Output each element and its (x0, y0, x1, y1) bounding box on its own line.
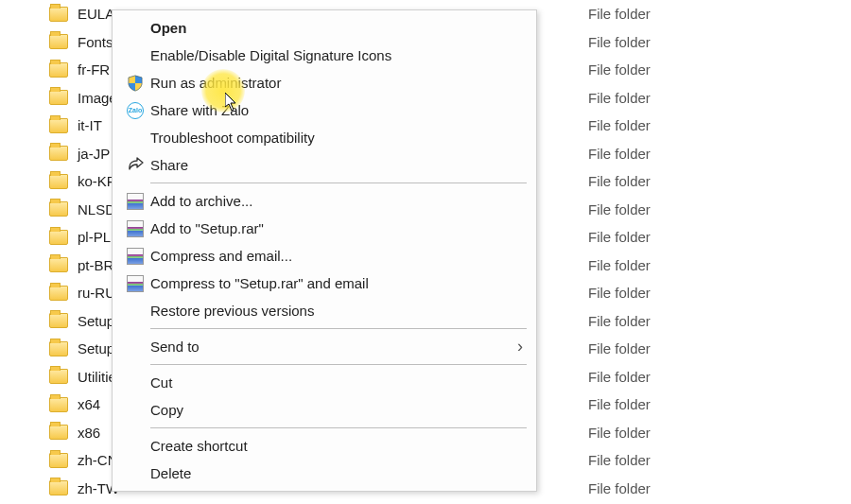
file-type: File folder (588, 285, 651, 301)
folder-icon (49, 341, 68, 356)
menu-label: Restore previous versions (150, 303, 523, 319)
file-type: File folder (588, 6, 651, 22)
file-type: File folder (588, 61, 651, 78)
file-type: File folder (588, 90, 651, 106)
menu-troubleshoot-compatibility[interactable]: Troubleshoot compatibility (113, 124, 536, 151)
file-type: File folder (588, 452, 651, 468)
folder-icon (49, 174, 68, 189)
folder-icon (49, 286, 68, 301)
file-type: File folder (588, 117, 651, 133)
folder-icon (49, 7, 68, 22)
folder-icon (49, 201, 68, 217)
folder-icon (49, 453, 68, 468)
menu-create-shortcut[interactable]: Create shortcut (113, 432, 536, 460)
winrar-icon (120, 193, 150, 210)
menu-label: Share (150, 157, 523, 173)
folder-icon (49, 480, 68, 495)
menu-add-to-setup-rar[interactable]: Add to "Setup.rar" (113, 215, 536, 242)
folder-icon (49, 313, 68, 328)
menu-separator (150, 427, 527, 428)
submenu-arrow-icon: › (517, 337, 523, 356)
menu-label: Compress and email... (150, 248, 523, 264)
menu-label: Troubleshoot compatibility (150, 130, 523, 146)
file-type: File folder (588, 480, 651, 496)
menu-copy[interactable]: Copy (113, 396, 536, 424)
menu-share[interactable]: Share (113, 151, 536, 179)
folder-icon (49, 425, 68, 440)
menu-label: Compress to "Setup.rar" and email (150, 275, 523, 291)
menu-enable-disable-signature-icons[interactable]: Enable/Disable Digital Signature Icons (113, 42, 536, 69)
file-type: File folder (588, 229, 651, 245)
winrar-icon (120, 248, 150, 265)
file-type: File folder (588, 369, 651, 385)
shield-icon (120, 75, 150, 92)
menu-compress-and-email[interactable]: Compress and email... (113, 242, 536, 269)
menu-compress-to-setup-rar-and-email[interactable]: Compress to "Setup.rar" and email (113, 269, 536, 297)
share-icon (120, 157, 150, 174)
winrar-icon (120, 220, 150, 237)
menu-separator (150, 364, 527, 365)
menu-open[interactable]: Open (113, 14, 536, 42)
folder-icon (49, 34, 68, 49)
folder-icon (49, 146, 68, 161)
menu-label: Run as administrator (150, 75, 523, 91)
menu-send-to[interactable]: Send to › (113, 333, 536, 360)
file-type: File folder (588, 257, 651, 273)
menu-share-with-zalo[interactable]: Zalo Share with Zalo (113, 96, 536, 124)
folder-icon (49, 118, 68, 133)
file-type: File folder (588, 396, 651, 412)
menu-separator (150, 328, 527, 329)
file-type: File folder (588, 146, 651, 162)
menu-cut[interactable]: Cut (113, 369, 536, 396)
menu-label: Add to archive... (150, 193, 523, 209)
menu-label: Share with Zalo (150, 102, 523, 118)
menu-label: Open (150, 20, 523, 36)
menu-label: Enable/Disable Digital Signature Icons (150, 47, 523, 63)
file-type: File folder (588, 340, 651, 356)
winrar-icon (120, 275, 150, 292)
menu-label: Add to "Setup.rar" (150, 220, 523, 236)
file-type: File folder (588, 34, 651, 50)
menu-delete[interactable]: Delete (113, 460, 536, 487)
file-type: File folder (588, 173, 651, 189)
folder-icon (49, 369, 68, 384)
zalo-icon: Zalo (120, 102, 150, 119)
menu-separator (150, 182, 527, 183)
folder-icon (49, 62, 68, 78)
file-type: File folder (588, 201, 651, 217)
folder-icon (49, 397, 68, 412)
menu-label: Delete (150, 465, 523, 481)
menu-add-to-archive[interactable]: Add to archive... (113, 187, 536, 215)
menu-label: Create shortcut (150, 438, 523, 454)
folder-icon (49, 257, 68, 272)
menu-restore-previous-versions[interactable]: Restore previous versions (113, 297, 536, 324)
file-type: File folder (588, 313, 651, 329)
folder-icon (49, 230, 68, 245)
menu-run-as-administrator[interactable]: Run as administrator (113, 69, 536, 96)
menu-label: Copy (150, 402, 523, 418)
file-type: File folder (588, 425, 651, 441)
folder-icon (49, 90, 68, 105)
menu-label: Send to (150, 339, 517, 355)
context-menu: Open Enable/Disable Digital Signature Ic… (112, 9, 537, 492)
menu-label: Cut (150, 374, 523, 391)
